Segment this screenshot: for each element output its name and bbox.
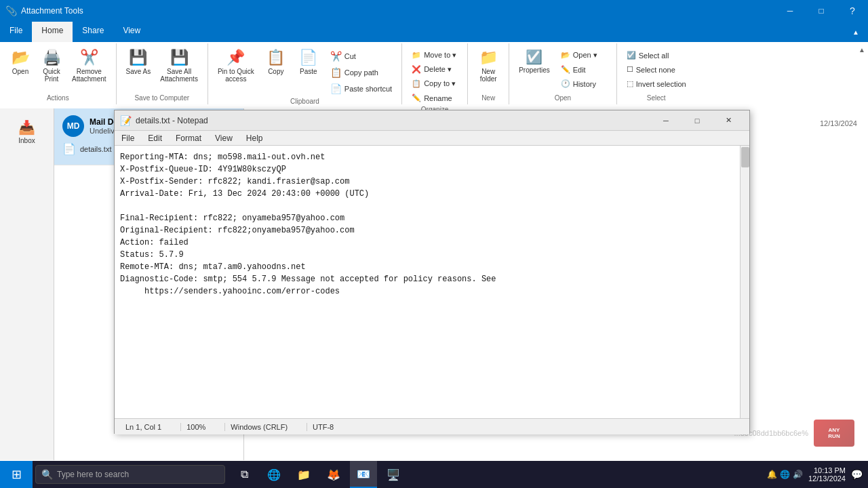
notepad-editor[interactable]: Reporting-MTA: dns; mo598.mail-out.ovh.n…	[115, 146, 740, 418]
notepad-scrollbar[interactable]	[740, 146, 749, 418]
invert-selection-button[interactable]: ⬚ Invert selection	[623, 77, 690, 90]
ribbon-group-open: ☑️ Properties 📂 Open ▾ ✏️ Edit 🕐 History	[509, 43, 617, 104]
remove-icon: ✂️	[80, 49, 98, 66]
cut-button[interactable]: ✂️ Cut	[326, 49, 396, 64]
delete-button[interactable]: ❌ Delete ▾	[408, 63, 462, 76]
save-as-button[interactable]: 💾 Save As	[122, 46, 155, 78]
task-view-button[interactable]: ⧉	[231, 461, 258, 488]
outlook-title: Attachment Tools	[21, 6, 83, 16]
watermark-logo: ANY RUN	[814, 420, 854, 447]
inbox-icon: 📥	[18, 119, 35, 136]
edit-button[interactable]: ✏️ Edit	[557, 63, 611, 76]
copy-button[interactable]: 📋 Copy	[261, 46, 291, 78]
new-group-label: New	[481, 93, 495, 102]
ribbon-collapse-btn[interactable]: ▲	[859, 46, 865, 54]
notepad-maximize-button[interactable]: □	[682, 110, 713, 131]
scrollbar-thumb[interactable]	[741, 147, 749, 167]
ribbon-toggle[interactable]: ▲	[849, 25, 863, 39]
properties-icon: ☑️	[526, 49, 542, 65]
encoding: UTF-8	[307, 423, 339, 431]
notepad-window-controls: ─ □ ✕	[650, 110, 744, 131]
copy-path-icon: 📋	[330, 67, 342, 78]
taskbar-clock: 10:13 PM 12/13/2024	[808, 466, 846, 483]
minimize-button[interactable]: ─	[774, 0, 806, 22]
history-button[interactable]: 🕐 History	[557, 77, 611, 90]
open-group-label: Open	[555, 93, 571, 102]
cut-icon: ✂️	[330, 51, 342, 62]
notification-bell[interactable]: 💬	[851, 469, 863, 480]
new-folder-icon: 📁	[479, 49, 498, 66]
notepad-minimize-button[interactable]: ─	[650, 110, 682, 131]
ribbon-group-new: 📁 Newfolder New	[468, 43, 509, 104]
ribbon-group-organize: 📁 Move to ▾ ❌ Delete ▾ 📋 Copy to ▾ ✏️ Re…	[402, 43, 468, 104]
pin-button[interactable]: 📌 Pin to Quickaccess	[214, 46, 258, 85]
move-to-button[interactable]: 📁 Move to ▾	[408, 49, 462, 62]
start-button[interactable]: ⊞	[0, 461, 33, 488]
properties-button[interactable]: ☑️ Properties	[515, 46, 554, 77]
copy-path-button[interactable]: 📋 Copy path	[326, 65, 396, 80]
network-icon: 🌐	[780, 470, 790, 479]
ribbon-group-select: ☑️ Select all ☐ Select none ⬚ Invert sel…	[617, 43, 696, 104]
select-none-button[interactable]: ☐ Select none	[623, 63, 679, 76]
actions-group-label: Actions	[47, 93, 69, 102]
outlook-taskbar-button[interactable]: 📧	[350, 461, 377, 488]
save-icon: 💾	[129, 49, 147, 66]
select-all-button[interactable]: ☑️ Select all	[623, 49, 677, 62]
search-icon: 🔍	[41, 469, 53, 480]
open-button[interactable]: 📂 Open	[5, 46, 35, 78]
open-small-button[interactable]: 📂 Open ▾	[557, 49, 611, 62]
ribbon-group-clipboard: 📌 Pin to Quickaccess 📋 Copy 📄 Paste ✂️ C…	[208, 43, 402, 104]
taskbar-tray: 🔔 🌐 🔊 10:13 PM 12/13/2024 💬	[767, 466, 868, 483]
pin-icon: 📌	[226, 49, 245, 66]
notepad-content-area: Reporting-MTA: dns; mo598.mail-out.ovh.n…	[115, 146, 749, 418]
reading-time: 12/13/2024	[820, 119, 857, 127]
notepad-window: 📝 details.txt - Notepad ─ □ ✕ File Edit …	[114, 110, 750, 434]
firefox-button[interactable]: 🦊	[320, 461, 347, 488]
quick-print-button[interactable]: 🖨️ QuickPrint	[37, 46, 66, 85]
new-folder-button[interactable]: 📁 Newfolder	[473, 46, 503, 85]
help-button[interactable]: ?	[837, 0, 868, 22]
tab-file[interactable]: File	[0, 22, 32, 42]
tab-view[interactable]: View	[113, 22, 150, 42]
terminal-button[interactable]: 🖥️	[380, 461, 407, 488]
ribbon-tabs: File Home Share View ▲	[0, 22, 868, 42]
notepad-close-button[interactable]: ✕	[713, 110, 744, 131]
notepad-menu-help[interactable]: Help	[239, 132, 270, 144]
avatar: MD	[62, 115, 84, 137]
clock-time: 10:13 PM	[808, 466, 846, 474]
ribbon-group-actions: 📂 Open 🖨️ QuickPrint ✂️ RemoveAttachment…	[0, 43, 117, 104]
attachment-name: details.txt	[80, 145, 111, 153]
tab-home[interactable]: Home	[32, 22, 73, 42]
ribbon-content: 📂 Open 🖨️ QuickPrint ✂️ RemoveAttachment…	[0, 42, 868, 108]
remove-attachment-button[interactable]: ✂️ RemoveAttachment	[68, 46, 111, 85]
taskbar-search-text: Type here to search	[57, 470, 129, 479]
tray-icons: 🔔 🌐 🔊	[767, 470, 803, 479]
tab-share[interactable]: Share	[73, 22, 113, 42]
outlook-sidebar: 📥 Inbox	[0, 108, 54, 460]
print-icon: 🖨️	[43, 49, 61, 66]
watermark: ...83c08dd1bb6bc6e% ANY RUN	[734, 420, 854, 447]
rename-button[interactable]: ✏️ Rename	[408, 92, 462, 104]
save-group-label: Save to Computer	[134, 93, 189, 102]
paste-shortcut-button[interactable]: 📄 Paste shortcut	[326, 81, 396, 96]
cursor-position: Ln 1, Col 1	[120, 423, 167, 431]
edge-button[interactable]: 🌐	[260, 461, 288, 488]
taskbar-search[interactable]: 🔍 Type here to search	[35, 465, 225, 484]
notepad-menu-file[interactable]: File	[115, 132, 141, 144]
file-explorer-button[interactable]: 📁	[290, 461, 317, 488]
notepad-statusbar: Ln 1, Col 1 100% Windows (CRLF) UTF-8	[115, 418, 749, 434]
notepad-menu-view[interactable]: View	[208, 132, 239, 144]
notepad-menu-format[interactable]: Format	[169, 132, 208, 144]
copy-to-button[interactable]: 📋 Copy to ▾	[408, 77, 462, 90]
notepad-menu: File Edit Format View Help	[115, 131, 749, 146]
volume-icon: 🔊	[793, 470, 803, 479]
taskbar-icons: ⧉ 🌐 📁 🦊 📧 🖥️	[231, 461, 407, 488]
maximize-button[interactable]: □	[806, 0, 837, 22]
notepad-menu-edit[interactable]: Edit	[141, 132, 169, 144]
paste-button[interactable]: 📄 Paste	[294, 46, 323, 78]
folder-inbox[interactable]: 📥 Inbox	[3, 114, 51, 150]
attachment-icon: 📄	[62, 142, 76, 155]
line-endings: Windows (CRLF)	[224, 423, 293, 431]
save-all-icon: 💾	[170, 49, 189, 66]
save-all-button[interactable]: 💾 Save AllAttachments	[156, 46, 202, 85]
